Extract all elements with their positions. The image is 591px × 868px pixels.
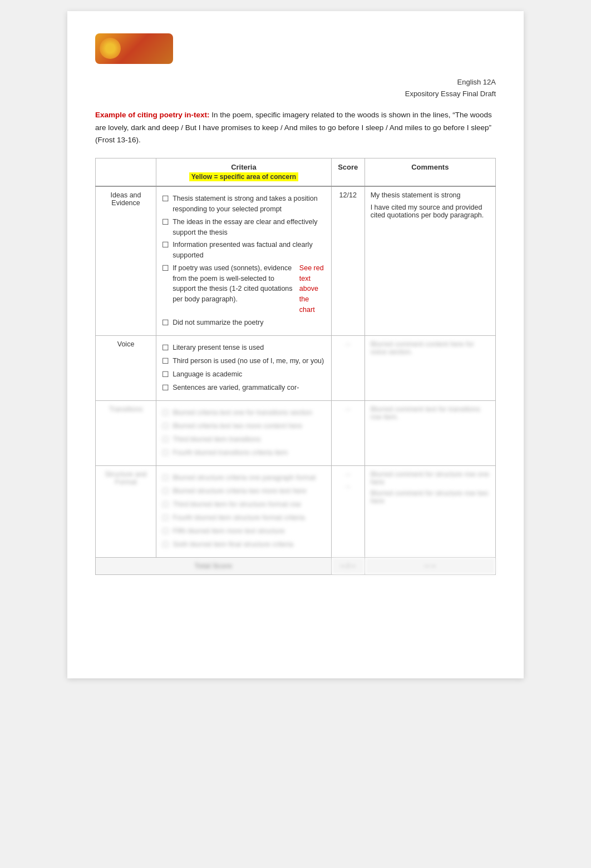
- criteria-structure: Blurred structure criteria one paragraph…: [156, 465, 332, 557]
- score-transitions: --: [331, 400, 365, 465]
- category-transitions: Transitions: [96, 400, 156, 465]
- criteria-item: Blurred structure criteria two more text…: [162, 486, 326, 497]
- comment-line: My thesis statement is strong: [371, 191, 490, 199]
- criteria-item: Sentences are varied, grammatically cor-: [162, 383, 326, 394]
- criteria-list-ideas: Thesis statement is strong and takes a p…: [162, 194, 326, 328]
- comment-blurred: Blurred comment content here for voice s…: [371, 340, 490, 356]
- criteria-list-voice: Literary present tense is used Third per…: [162, 343, 326, 394]
- logo-area: [95, 33, 496, 66]
- criteria-transitions: Blurred criteria text one for transition…: [156, 400, 332, 465]
- criteria-item: Did not summarize the poetry: [162, 318, 326, 329]
- comments-transitions: Blurred comment text for transitions row…: [365, 400, 495, 465]
- total-row: Total Score -- / -- -- --: [96, 557, 496, 574]
- red-note: See red text above the chart: [299, 263, 326, 315]
- intro-label: Example of citing poetry in-text:: [95, 111, 210, 119]
- comments-structure: Blurred comment for structure row one he…: [365, 465, 495, 557]
- table-row: Structure and Format Blurred structure c…: [96, 465, 496, 557]
- criteria-voice: Literary present tense is used Third per…: [156, 335, 332, 400]
- category-voice: Voice: [96, 335, 156, 400]
- category-structure: Structure and Format: [96, 465, 156, 557]
- criteria-item: Fourth blurred item structure format cri…: [162, 513, 326, 524]
- criteria-item: Blurred structure criteria one paragraph…: [162, 473, 326, 484]
- table-row: Voice Literary present tense is used Thi…: [96, 335, 496, 400]
- criteria-item: Literary present tense is used: [162, 343, 326, 354]
- score-voice: --: [331, 335, 365, 400]
- criteria-item: Blurred criteria text one for transition…: [162, 408, 326, 419]
- total-comments: -- --: [365, 557, 495, 574]
- header-info: English 12A Expository Essay Final Draft: [95, 77, 496, 100]
- criteria-item: Third blurred item for structure format …: [162, 499, 326, 510]
- criteria-item: Thesis statement is strong and takes a p…: [162, 194, 326, 215]
- rubric-table: Criteria Yellow = specific area of conce…: [95, 158, 496, 574]
- score-ideas: 12/12: [331, 186, 365, 335]
- comment-line: I have cited my source and provided cite…: [371, 204, 490, 219]
- criteria-item: Fifth blurred item more text structure: [162, 526, 326, 537]
- assignment-name: Expository Essay Final Draft: [95, 88, 496, 100]
- intro-paragraph: Example of citing poetry in-text: In the…: [95, 109, 496, 147]
- criteria-item: If poetry was used (sonnets), evidence f…: [162, 263, 326, 315]
- header-score: Score: [331, 158, 365, 187]
- criteria-item: The ideas in the essay are clear and eff…: [162, 217, 326, 238]
- criteria-item: Third blurred item transitions: [162, 434, 326, 445]
- criteria-ideas: Thesis statement is strong and takes a p…: [156, 186, 332, 335]
- page: English 12A Expository Essay Final Draft…: [67, 11, 524, 678]
- course-name: English 12A: [95, 77, 496, 88]
- criteria-sub-label: Yellow = specific area of concern: [189, 172, 298, 181]
- total-label: Total Score: [96, 557, 332, 574]
- criteria-item: Language is academic: [162, 369, 326, 380]
- criteria-item: Information presented was factual and cl…: [162, 240, 326, 261]
- header-criteria: Criteria Yellow = specific area of conce…: [156, 158, 332, 187]
- header-category: [96, 158, 156, 187]
- table-row: Ideas and Evidence Thesis statement is s…: [96, 186, 496, 335]
- comments-voice: Blurred comment content here for voice s…: [365, 335, 495, 400]
- category-ideas: Ideas and Evidence: [96, 186, 156, 335]
- criteria-item: Fourth blurred transitions criteria item: [162, 448, 326, 459]
- school-logo: [95, 33, 173, 64]
- header-comments: Comments: [365, 158, 495, 187]
- score-structure: -- --: [331, 465, 365, 557]
- criteria-item: Sixth blurred item final structure crite…: [162, 539, 326, 550]
- criteria-item: Third person is used (no use of I, me, m…: [162, 356, 326, 367]
- table-row: Transitions Blurred criteria text one fo…: [96, 400, 496, 465]
- comments-ideas: My thesis statement is strong I have cit…: [365, 186, 495, 335]
- criteria-item: Blurred criteria text two more content h…: [162, 421, 326, 432]
- total-score: -- / --: [331, 557, 365, 574]
